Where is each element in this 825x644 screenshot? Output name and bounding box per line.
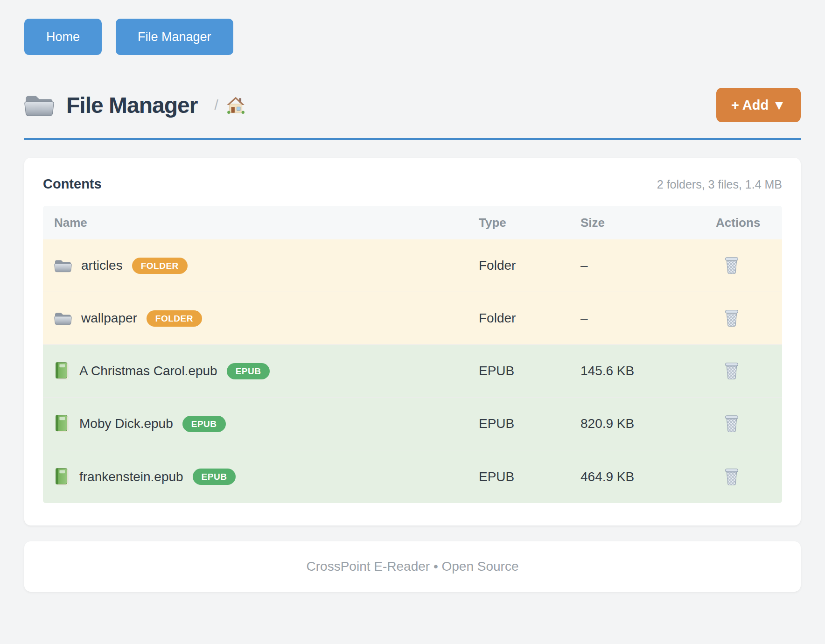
delete-button[interactable] <box>722 255 741 276</box>
folder-icon <box>54 310 72 326</box>
type-cell: EPUB <box>479 416 580 431</box>
book-icon <box>54 414 70 433</box>
contents-heading: Contents <box>43 176 102 192</box>
type-badge: EPUB <box>193 469 236 485</box>
breadcrumb: / <box>214 96 245 114</box>
name-cell: wallpaper FOLDER <box>54 310 479 327</box>
files-table: Name Type Size Actions articles FOLDER F… <box>43 206 782 503</box>
top-nav: Home File Manager <box>24 19 801 55</box>
table-row[interactable]: Moby Dick.epub EPUB EPUB 820.9 KB <box>43 398 782 450</box>
table-header-row: Name Type Size Actions <box>43 206 782 239</box>
page: Home File Manager File Manager / + Add ▼… <box>0 0 825 592</box>
file-name: articles <box>81 258 123 273</box>
column-header-actions: Actions <box>716 216 771 230</box>
file-name: frankenstein.epub <box>79 469 183 484</box>
book-icon <box>54 362 70 380</box>
breadcrumb-separator: / <box>214 97 218 113</box>
book-icon <box>54 468 70 486</box>
type-cell: Folder <box>479 311 580 326</box>
actions-cell <box>716 308 771 329</box>
footer-text: CrossPoint E-Reader • Open Source <box>307 559 519 574</box>
trash-icon <box>723 309 740 328</box>
delete-button[interactable] <box>722 467 741 487</box>
actions-cell <box>716 413 771 434</box>
contents-card: Contents 2 folders, 3 files, 1.4 MB Name… <box>24 158 801 525</box>
file-manager-button[interactable]: File Manager <box>116 19 233 55</box>
trash-icon <box>723 362 740 380</box>
name-cell: Moby Dick.epub EPUB <box>54 414 479 433</box>
actions-cell <box>716 255 771 276</box>
page-header: File Manager / + Add ▼ <box>24 88 801 122</box>
type-cell: EPUB <box>479 469 580 484</box>
home-button[interactable]: Home <box>24 19 102 55</box>
size-cell: 464.9 KB <box>580 469 716 484</box>
trash-icon <box>723 256 740 275</box>
name-cell: frankenstein.epub EPUB <box>54 468 479 486</box>
type-badge: FOLDER <box>147 310 202 327</box>
delete-button[interactable] <box>722 308 741 329</box>
house-icon[interactable] <box>226 96 245 114</box>
type-badge: FOLDER <box>132 258 188 274</box>
type-badge: EPUB <box>182 416 226 432</box>
add-button[interactable]: + Add ▼ <box>716 88 801 122</box>
table-row[interactable]: wallpaper FOLDER Folder – <box>43 292 782 345</box>
size-cell: 145.6 KB <box>580 364 716 378</box>
table-row[interactable]: articles FOLDER Folder – <box>43 239 782 292</box>
delete-button[interactable] <box>722 413 741 434</box>
actions-cell <box>716 361 771 381</box>
trash-icon <box>723 414 740 433</box>
column-header-type: Type <box>479 216 580 230</box>
table-row[interactable]: frankenstein.epub EPUB EPUB 464.9 KB <box>43 450 782 503</box>
column-header-name: Name <box>54 216 479 230</box>
trash-icon <box>723 468 740 486</box>
page-title: File Manager <box>66 92 197 118</box>
name-cell: A Christmas Carol.epub EPUB <box>54 362 479 380</box>
type-cell: Folder <box>479 258 580 273</box>
table-row[interactable]: A Christmas Carol.epub EPUB EPUB 145.6 K… <box>43 345 782 398</box>
size-cell: – <box>580 258 716 273</box>
file-name: A Christmas Carol.epub <box>79 364 217 378</box>
folder-icon <box>54 258 72 273</box>
title-divider <box>24 138 801 140</box>
contents-card-header: Contents 2 folders, 3 files, 1.4 MB <box>43 176 782 192</box>
footer-card: CrossPoint E-Reader • Open Source <box>24 541 801 592</box>
type-badge: EPUB <box>227 363 270 379</box>
column-header-size: Size <box>580 216 716 230</box>
folder-icon <box>24 92 54 118</box>
file-name: wallpaper <box>81 311 137 326</box>
contents-summary: 2 folders, 3 files, 1.4 MB <box>657 178 782 191</box>
delete-button[interactable] <box>722 361 741 381</box>
size-cell: 820.9 KB <box>580 416 716 431</box>
file-name: Moby Dick.epub <box>79 416 173 431</box>
actions-cell <box>716 467 771 487</box>
type-cell: EPUB <box>479 364 580 378</box>
size-cell: – <box>580 311 716 326</box>
name-cell: articles FOLDER <box>54 258 479 274</box>
